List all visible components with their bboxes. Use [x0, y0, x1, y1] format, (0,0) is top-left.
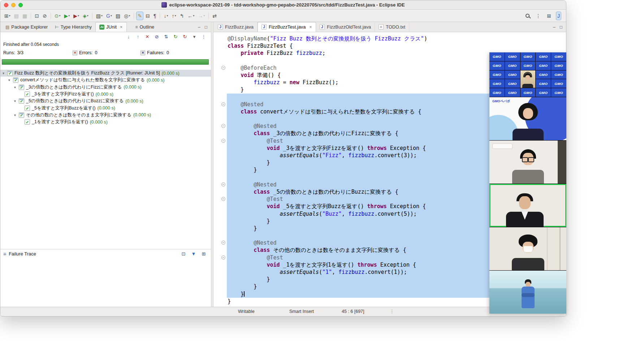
show-stack-trace-console-button[interactable]: ⊡ [179, 250, 188, 258]
open-perspective-button[interactable]: ⊞ [545, 12, 553, 20]
editor-tab-fizzbuzztest-java[interactable]: JFizzBuzzTest.java✕ [258, 22, 316, 32]
test-tree-row[interactable]: ▾✓その他の数のときは数をそのまま文字列に変換する(0.000 s) [0, 112, 211, 119]
video-tile-5[interactable] [489, 270, 566, 314]
coverage-button[interactable]: ▶▾ [72, 12, 81, 20]
compare-result-button[interactable]: ⊞ [199, 250, 208, 258]
gmo-logo-thumbnail[interactable]: GMO [505, 88, 520, 97]
fold-collapse-icon[interactable]: − [221, 197, 225, 201]
video-tile-1[interactable]: GMOペパボ [489, 97, 566, 140]
test-run-history-button[interactable]: ▾ [190, 33, 199, 40]
editor-tab-fizzbuzzoldtest-java[interactable]: JFizzBuzzOldTest.java [316, 22, 375, 32]
gmo-logo-thumbnail[interactable]: GMO [489, 61, 505, 70]
maximize-editor-button[interactable]: □ [560, 25, 562, 30]
editor-tab-fizzbuzz-java[interactable]: JFizzBuzz.java [214, 22, 258, 32]
rerun-test-button[interactable]: ↻ [171, 33, 180, 40]
run-external-tools-button[interactable]: ◈▾ [81, 12, 90, 20]
video-tile-2[interactable] [489, 140, 566, 184]
search-button[interactable] [524, 12, 531, 20]
gmo-logo-thumbnail[interactable]: GMO [489, 88, 505, 97]
expander-icon[interactable]: ▾ [14, 99, 19, 103]
debug-button[interactable]: ⊙▾ [53, 12, 62, 20]
gmo-logo-thumbnail[interactable]: GMO [551, 61, 566, 70]
link-with-editor-button[interactable]: ⇄ [211, 12, 218, 20]
maximize-view-button[interactable]: □ [205, 25, 207, 30]
view-tab-package-explorer[interactable]: ▤Package Explorer [2, 22, 51, 32]
video-tile-3[interactable] [489, 184, 566, 227]
gmo-logo-thumbnail[interactable]: GMO [520, 61, 536, 70]
editor-tab-todo-txt[interactable]: ≡TODO.txt [375, 22, 409, 32]
gmo-logo-thumbnail[interactable]: GMO [489, 70, 505, 79]
gmo-logo-thumbnail[interactable]: GMO [551, 70, 566, 79]
gmo-logo-thumbnail[interactable]: GMO [536, 52, 551, 61]
zoom-button[interactable] [18, 3, 23, 7]
next-annotation-button[interactable]: ↓▾ [162, 12, 169, 20]
view-tab-type-hierarchy[interactable]: ⊢Type Hierarchy [51, 22, 95, 32]
gmo-logo-thumbnail[interactable]: GMO [536, 70, 551, 79]
skip-all-breakpoints-button[interactable]: ⊘ [41, 12, 48, 20]
gmo-logo-thumbnail[interactable]: GMO [520, 88, 536, 97]
test-tree-row[interactable]: ▾✓Fizz Buzz 数列とその変換規則を扱う FizzBuzz クラス [R… [0, 70, 211, 77]
fold-collapse-icon[interactable]: − [221, 124, 225, 128]
gmo-logo-thumbnail[interactable]: GMO [551, 52, 566, 61]
show-whitespace-button[interactable]: ¶ [152, 12, 158, 20]
open-jar-button[interactable]: ▨ [114, 12, 122, 20]
gmo-logo-thumbnail[interactable]: GMO [505, 52, 520, 61]
back-button[interactable]: ←▾ [186, 12, 196, 20]
new-gradle-wizard-button[interactable]: G▾ [105, 12, 113, 20]
rerun-failures-first-button[interactable]: ↻ [181, 33, 189, 40]
close-button[interactable] [4, 3, 8, 7]
expander-icon[interactable]: ▾ [14, 85, 19, 89]
new-java-project-button[interactable]: ▧▾ [95, 12, 104, 20]
last-edit-location-button[interactable]: ↰ [178, 12, 185, 20]
fold-collapse-icon[interactable]: − [221, 102, 225, 106]
junit-view-menu-button[interactable]: ⋮ [199, 33, 208, 40]
test-tree-row[interactable]: ▾✓convertメソッドは引数に与えられた整数を文字列に変換する(0.000 … [0, 77, 211, 83]
expander-icon[interactable]: ▾ [3, 71, 7, 75]
run-button[interactable]: ▶▾ [62, 12, 71, 20]
gmo-logo-thumbnail[interactable]: GMO [505, 70, 520, 79]
new-wizard-button[interactable]: ⊞▾ [3, 12, 12, 20]
test-tree-row[interactable]: ✓_3を渡すと文字列Fizzを返す()(0.000 s) [0, 91, 211, 98]
view-tab-junit[interactable]: JuJUnit✕ [95, 22, 127, 32]
show-source-range-button[interactable]: ⊟ [144, 12, 151, 20]
save-all-button[interactable]: ▦ [21, 12, 29, 20]
fold-collapse-icon[interactable]: − [221, 255, 225, 259]
scroll-lock-button[interactable]: ⇅ [162, 33, 170, 40]
gmo-logo-thumbnail[interactable]: GMO [505, 79, 520, 88]
minimize-button[interactable] [11, 3, 16, 7]
close-tab-icon[interactable]: ✕ [120, 25, 123, 29]
save-button[interactable]: ▤ [13, 12, 20, 20]
show-next-failure-button[interactable]: ↓ [124, 33, 133, 40]
test-tree-row[interactable]: ✓_5を渡すと文字列Buzzを返す()(0.000 s) [0, 104, 211, 111]
filter-stack-trace-button[interactable]: ▼ [189, 250, 198, 258]
gmo-logo-thumbnail[interactable]: GMO [489, 52, 505, 61]
gmo-logo-thumbnail[interactable]: GMO [536, 61, 551, 70]
gmo-logo-thumbnail[interactable]: GMO [536, 88, 551, 97]
close-tab-icon[interactable]: ✕ [309, 25, 312, 29]
gmo-logo-thumbnail[interactable]: GMO [489, 79, 505, 88]
participant-thumbnail[interactable] [520, 70, 536, 88]
fold-collapse-icon[interactable]: − [221, 139, 225, 143]
expander-icon[interactable]: ▾ [8, 78, 13, 82]
code-line[interactable]: class FizzBuzzTest { [213, 42, 566, 50]
show-previous-failure-button[interactable]: ↑ [134, 33, 142, 40]
show-failures-only-button[interactable]: ✕ [143, 33, 152, 40]
test-tree-row[interactable]: ✓_1を渡すと文字列1を返す()(0.000 s) [0, 119, 211, 125]
status-overflow-icon[interactable]: ⋮ [390, 307, 394, 316]
toolbar-overflow-button[interactable]: ⋮ [534, 12, 542, 20]
minimize-view-button[interactable]: – [198, 25, 200, 30]
java-perspective-button[interactable]: J [556, 12, 561, 20]
title-bar[interactable]: eclipse-workspace-2021-09 - tdd-workshop… [0, 0, 566, 10]
panel-splitter[interactable] [211, 22, 213, 307]
gmo-logo-thumbnail[interactable]: GMO [536, 79, 551, 88]
minimize-editor-button[interactable]: – [553, 25, 556, 30]
fold-collapse-icon[interactable]: − [221, 241, 225, 245]
previous-annotation-button[interactable]: ↑▾ [170, 12, 177, 20]
mark-occurrences-button[interactable]: ✎ [136, 12, 143, 20]
view-tab-outline[interactable]: ≡Outline [132, 22, 158, 32]
gmo-logo-thumbnail[interactable]: GMO [551, 88, 566, 97]
code-line[interactable]: @DisplayName("Fizz Buzz 数列とその変換規則を扱う Fiz… [213, 35, 566, 42]
expander-icon[interactable]: ▾ [14, 113, 19, 117]
open-console-button[interactable]: ⊡ [33, 12, 40, 20]
test-tree-row[interactable]: ▾✓_3の倍数のときは数の代わりにFizzに変換する(0.000 s) [0, 84, 211, 91]
